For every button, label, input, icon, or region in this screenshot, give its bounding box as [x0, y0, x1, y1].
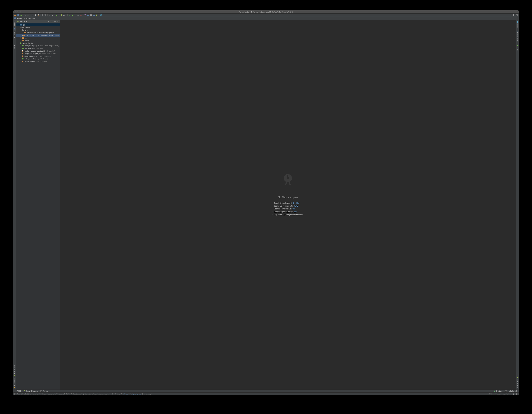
- undo-icon[interactable]: [24, 14, 27, 16]
- debug-icon[interactable]: [71, 14, 73, 16]
- open-icon[interactable]: [14, 14, 17, 16]
- svg-rect-53: [22, 51, 23, 51]
- tip-text: Search Everywhere with: [274, 202, 292, 204]
- run-config-selector[interactable]: app: [60, 14, 67, 16]
- tree-node-gradle-scripts[interactable]: ▼Gradle Scripts: [16, 42, 60, 44]
- project-view-label[interactable]: Android: [20, 21, 25, 22]
- tab-project[interactable]: 1: Project: [14, 20, 16, 31]
- gear-icon[interactable]: [54, 20, 56, 23]
- cut-icon[interactable]: [31, 14, 34, 16]
- svg-rect-57: [22, 61, 23, 62]
- hide-icon[interactable]: [57, 20, 59, 23]
- minimize-dot[interactable]: [17, 11, 19, 13]
- tree-node-build-gradle-project[interactable]: build.gradle(Project: RevAndroidSamplePr…: [16, 44, 60, 47]
- tree-node-package-main[interactable]: ▶com.wowwee.revandroidsampleproject: [16, 31, 60, 34]
- tab-android-model[interactable]: Android Model: [516, 375, 518, 390]
- forward-icon[interactable]: [51, 14, 54, 16]
- tip-kbd: ⌘↑: [294, 211, 297, 213]
- make-icon[interactable]: [56, 14, 58, 16]
- redo-icon[interactable]: [27, 14, 29, 16]
- attach-debugger-icon[interactable]: [77, 14, 79, 16]
- tree-suffix: (Project: RevAndroidSampleProject): [33, 45, 59, 47]
- editor-tips: • Search Everywhere with Double ⇧ • Open…: [273, 202, 303, 216]
- tree-label: com.wowwee.revandroidsampleproject: [26, 34, 54, 36]
- editor-area[interactable]: No files are open • Search Everywhere wi…: [60, 20, 516, 390]
- zoom-dot[interactable]: [20, 11, 21, 13]
- breadcrumb-root[interactable]: RevAndroidSampleProject: [17, 18, 36, 19]
- sdk-manager-icon[interactable]: [93, 14, 95, 16]
- apply-changes-icon[interactable]: [74, 14, 76, 16]
- tab-terminal[interactable]: Terminal: [40, 390, 48, 392]
- tab-gradle[interactable]: Gradle: [516, 43, 518, 52]
- tree-node-java[interactable]: ▼java: [16, 29, 60, 31]
- tree-node-assets[interactable]: assets: [16, 39, 60, 42]
- collapse-all-icon[interactable]: [50, 20, 52, 23]
- svg-rect-7: [38, 14, 38, 15]
- status-configure[interactable]: Configure: [129, 393, 136, 395]
- ide-window: RevAndroidSampleProject - [~/Documents/M…: [13, 10, 519, 395]
- tree-node-settings-gradle[interactable]: settings.gradle(Project Settings): [16, 58, 60, 60]
- android-icon[interactable]: [96, 14, 98, 16]
- sync-gradle-icon[interactable]: [87, 14, 89, 16]
- tab-fabric[interactable]: Fabric: [516, 20, 518, 29]
- status-add-root[interactable]: Add root: [123, 393, 128, 395]
- tab-gradle-console[interactable]: Gradle Console: [505, 390, 517, 392]
- avd-manager-icon[interactable]: [90, 14, 92, 16]
- tab-event-log[interactable]: 1Event Log: [494, 390, 503, 392]
- status-icon[interactable]: [14, 393, 16, 395]
- status-linecol[interactable]: 5104:1: [488, 393, 492, 395]
- tab-terminal-label: Terminal: [43, 390, 48, 392]
- tree-node-local-properties[interactable]: local.properties(SDK Location): [16, 60, 60, 63]
- toolwindows-icon[interactable]: [515, 14, 518, 16]
- paste-icon[interactable]: [37, 14, 39, 16]
- scroll-to-source-icon[interactable]: [48, 20, 50, 23]
- tab-todo[interactable]: TODO: [14, 390, 21, 392]
- replace-icon[interactable]: [44, 14, 47, 16]
- tab-structure[interactable]: 7: Structure: [14, 31, 16, 43]
- titlebar: RevAndroidSampleProject - [~/Documents/M…: [13, 10, 519, 14]
- tree-suffix: (androidTest): [54, 34, 60, 36]
- tree-label: manifests: [24, 27, 31, 28]
- svg-point-8: [42, 15, 43, 15]
- chevron-down-icon[interactable]: [26, 21, 27, 22]
- help-icon[interactable]: ?: [100, 14, 102, 16]
- tab-maven[interactable]: m Maven Projects: [516, 29, 518, 43]
- tree-node-build-gradle-app[interactable]: build.gradle(Module: app): [16, 47, 60, 50]
- trash-icon[interactable]: [516, 393, 518, 395]
- tip: • Open a file by name with ⇧⌘O: [273, 205, 303, 207]
- tab-captures[interactable]: Captures: [14, 43, 16, 54]
- svg-point-32: [55, 21, 55, 22]
- lock-icon[interactable]: [512, 393, 514, 395]
- tree-node-proguard[interactable]: proguard-rules.pro(ProGuard Rules for ap…: [16, 52, 60, 55]
- tab-android-monitor[interactable]: 6: Android Monitor: [24, 390, 38, 392]
- status-ignore[interactable]: Ignore: [137, 393, 141, 395]
- sync-icon[interactable]: [20, 14, 22, 16]
- status-context[interactable]: Context: <no context>: [495, 393, 510, 395]
- svg-rect-13: [77, 15, 79, 16]
- vcs-icon[interactable]: [84, 14, 86, 16]
- run-icon[interactable]: [68, 14, 70, 16]
- tab-build-variants[interactable]: Build Variants: [14, 364, 16, 377]
- stop-icon[interactable]: [80, 14, 82, 16]
- svg-rect-37: [22, 27, 23, 27]
- tree-suffix: (ProGuard Rules for app): [38, 53, 56, 55]
- tree-suffix: (Module: app): [33, 48, 43, 49]
- tree-node-gradle-properties[interactable]: gradle.properties(Project Properties): [16, 55, 60, 58]
- copy-icon[interactable]: [34, 14, 37, 16]
- tree-node-app[interactable]: ▼app: [16, 23, 60, 26]
- tree-node-wrapper[interactable]: gradle-wrapper.properties(Gradle Version…: [16, 50, 60, 52]
- save-all-icon[interactable]: [17, 14, 19, 16]
- maven-icon: m: [516, 30, 518, 32]
- close-dot[interactable]: [14, 11, 16, 13]
- tree-node-manifests[interactable]: ▶manifests: [16, 26, 60, 29]
- android-icon: [17, 20, 19, 22]
- svg-rect-55: [22, 56, 23, 57]
- svg-rect-20: [91, 15, 91, 16]
- tree-node-res[interactable]: ▶res: [16, 37, 60, 39]
- back-icon[interactable]: [48, 14, 51, 16]
- search-everywhere-icon[interactable]: [513, 14, 515, 16]
- find-icon[interactable]: [41, 14, 44, 16]
- terminal-icon: [40, 390, 42, 392]
- tree-node-package-test[interactable]: ▶com.wowwee.revandroidsampleproject(andr…: [16, 34, 60, 37]
- tab-favorites[interactable]: 2: Favorites: [14, 377, 16, 390]
